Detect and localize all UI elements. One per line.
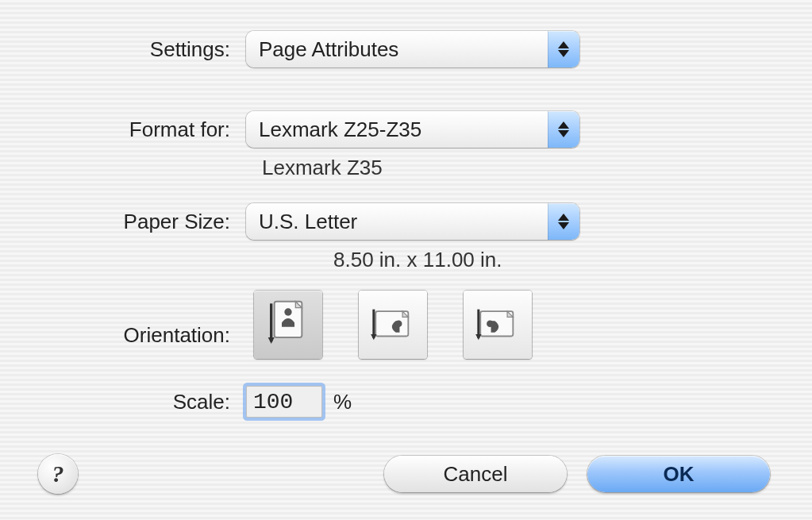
orientation-landscape-right-button[interactable] <box>464 291 532 359</box>
scale-label: Scale: <box>0 390 246 414</box>
settings-popup[interactable]: Page Attributes <box>246 31 579 67</box>
orientation-portrait-button[interactable] <box>254 291 322 359</box>
format-for-popup-value: Lexmark Z25-Z35 <box>246 111 548 148</box>
format-for-sublabel: Lexmark Z35 <box>262 156 383 180</box>
settings-label: Settings: <box>0 37 246 62</box>
popup-arrows-icon <box>548 203 579 240</box>
format-for-label: Format for: <box>0 117 246 142</box>
orientation-landscape-left-button[interactable] <box>359 291 427 359</box>
format-for-popup[interactable]: Lexmark Z25-Z35 <box>246 111 579 148</box>
help-button[interactable]: ? <box>38 454 78 494</box>
orientation-portrait-icon <box>265 299 311 350</box>
scale-input[interactable] <box>246 386 322 418</box>
cancel-button[interactable]: Cancel <box>384 456 567 492</box>
orientation-landscape-left-icon <box>370 299 416 350</box>
settings-popup-value: Page Attributes <box>246 31 548 67</box>
orientation-label: Orientation: <box>0 302 246 348</box>
paper-size-popup-value: U.S. Letter <box>246 203 548 240</box>
popup-arrows-icon <box>548 111 579 148</box>
popup-arrows-icon <box>548 31 579 67</box>
paper-size-label: Paper Size: <box>0 210 246 234</box>
svg-point-1 <box>284 308 291 315</box>
scale-percent-label: % <box>333 390 352 414</box>
ok-button[interactable]: OK <box>587 456 770 492</box>
paper-size-popup[interactable]: U.S. Letter <box>246 203 579 240</box>
paper-size-dimensions: 8.50 in. x 11.00 in. <box>333 248 502 272</box>
orientation-landscape-right-icon <box>475 299 521 350</box>
